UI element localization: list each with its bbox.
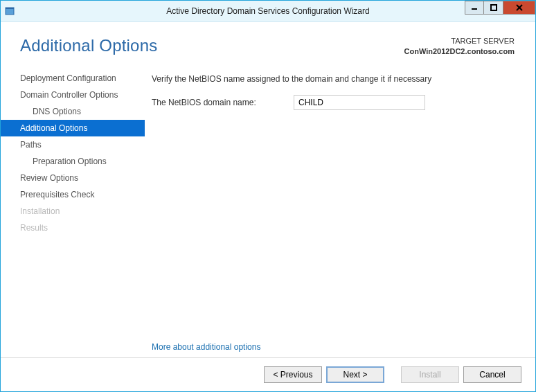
- netbios-row: The NetBIOS domain name:: [152, 95, 515, 110]
- nav-item-installation: Installation: [1, 203, 145, 220]
- nav-item-review-options[interactable]: Review Options: [1, 170, 145, 186]
- more-info-link[interactable]: More about additional options: [152, 342, 260, 352]
- titlebar: Active Directory Domain Services Configu…: [1, 1, 535, 22]
- nav-item-preparation-options[interactable]: Preparation Options: [1, 153, 145, 170]
- install-button: Install: [401, 366, 459, 383]
- minimize-button[interactable]: [465, 1, 484, 15]
- instruction-text: Verify the NetBIOS name assigned to the …: [152, 74, 515, 84]
- svg-rect-3: [491, 5, 497, 10]
- window-controls: [465, 1, 535, 16]
- cancel-button[interactable]: Cancel: [463, 366, 521, 383]
- nav-item-prerequisites-check[interactable]: Prerequisites Check: [1, 186, 145, 203]
- window-title: Active Directory Domain Services Configu…: [1, 6, 535, 16]
- footer: < Previous Next > Install Cancel: [1, 357, 535, 391]
- netbios-input[interactable]: [294, 95, 425, 110]
- page-header: Additional Options TARGET SERVER ConWin2…: [1, 22, 535, 67]
- netbios-label: The NetBIOS domain name:: [152, 98, 294, 107]
- wizard-window: Active Directory Domain Services Configu…: [0, 0, 536, 392]
- maximize-button[interactable]: [484, 1, 503, 15]
- close-button[interactable]: [503, 1, 535, 15]
- target-server-value: ConWin2012DC2.contoso.com: [404, 47, 515, 55]
- previous-button[interactable]: < Previous: [264, 366, 322, 383]
- svg-rect-1: [6, 8, 14, 9]
- target-server-block: TARGET SERVER ConWin2012DC2.contoso.com: [404, 36, 515, 57]
- body: Deployment ConfigurationDomain Controlle…: [1, 67, 535, 357]
- wizard-nav: Deployment ConfigurationDomain Controlle…: [1, 67, 145, 357]
- target-server-label: TARGET SERVER: [404, 36, 515, 46]
- next-button[interactable]: Next >: [326, 366, 384, 383]
- nav-item-additional-options[interactable]: Additional Options: [1, 120, 145, 136]
- nav-item-results: Results: [1, 220, 145, 236]
- nav-item-deployment-configuration[interactable]: Deployment Configuration: [1, 70, 145, 87]
- nav-item-paths[interactable]: Paths: [1, 136, 145, 153]
- nav-item-domain-controller-options[interactable]: Domain Controller Options: [1, 87, 145, 103]
- nav-item-dns-options[interactable]: DNS Options: [1, 103, 145, 120]
- app-icon: [1, 6, 19, 16]
- page-heading: Additional Options: [20, 36, 404, 55]
- content-pane: Verify the NetBIOS name assigned to the …: [145, 67, 535, 357]
